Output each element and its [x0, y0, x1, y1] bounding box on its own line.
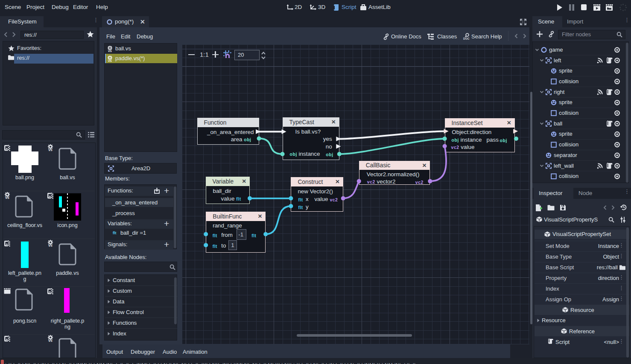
svg-text:vs: vs: [48, 148, 53, 152]
svg-text:vs: vs: [5, 195, 9, 200]
svg-text:vs: vs: [48, 338, 53, 343]
svg-text:vs: vs: [108, 49, 112, 53]
svg-text:vs: vs: [48, 243, 53, 248]
svg-text:vs: vs: [108, 59, 112, 63]
svg-text:DOC: DOC: [463, 37, 470, 40]
